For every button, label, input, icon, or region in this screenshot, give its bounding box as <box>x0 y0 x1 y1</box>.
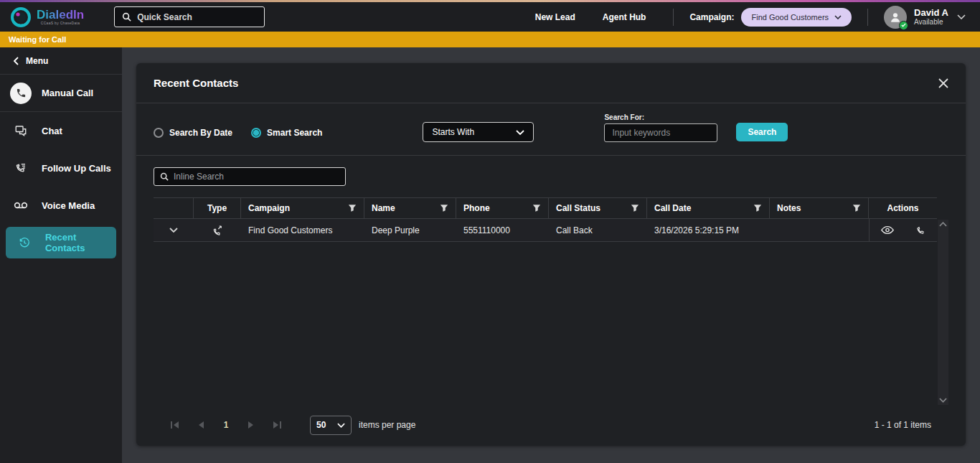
topbar-divider <box>673 9 674 26</box>
sidebar-item-voice-media[interactable]: Voice Media <box>0 187 122 224</box>
sidebar-item-label: Follow Up Calls <box>42 163 111 174</box>
filter-icon[interactable] <box>348 204 357 212</box>
sidebar-item-recent-contacts[interactable]: Recent Contacts <box>6 227 116 258</box>
sidebar-item-manual-call[interactable]: Manual Call <box>0 75 122 112</box>
voicemail-icon <box>10 200 32 210</box>
cell-campaign: Find Good Customers <box>241 219 364 241</box>
radio-search-by-date[interactable]: Search By Date <box>154 128 232 138</box>
chevron-down-icon <box>516 130 524 135</box>
filter-icon[interactable] <box>532 204 541 212</box>
user-menu-chevron-icon[interactable] <box>957 14 966 19</box>
radio-icon <box>154 128 164 138</box>
chevron-left-icon <box>13 57 19 65</box>
filter-icon[interactable] <box>852 204 861 212</box>
topbar-divider <box>867 9 868 26</box>
menu-collapse-button[interactable]: Menu <box>0 47 122 75</box>
search-button[interactable]: Search <box>736 123 788 141</box>
sidebar-item-label: Chat <box>42 126 62 136</box>
panel-title: Recent Contacts <box>154 77 238 89</box>
items-range-label: 1 - 1 of 1 items <box>875 420 931 430</box>
agent-hub-button[interactable]: Agent Hub <box>603 12 646 22</box>
last-page-icon[interactable] <box>273 421 281 429</box>
menu-label: Menu <box>26 56 48 66</box>
vertical-scrollbar[interactable] <box>938 220 948 405</box>
search-for-label: Search For: <box>604 113 717 121</box>
items-per-page-label: items per page <box>359 420 415 430</box>
filter-icon[interactable] <box>440 204 448 212</box>
sidebar-item-follow-up-calls[interactable]: Follow Up Calls <box>0 149 122 187</box>
quick-search-input[interactable] <box>137 12 257 22</box>
column-header-name[interactable]: Name <box>364 198 456 218</box>
contacts-grid: Type Campaign Name <box>154 197 948 408</box>
chevron-down-icon <box>834 15 842 19</box>
filter-icon[interactable] <box>631 204 639 212</box>
recent-contacts-panel: Recent Contacts Search By Date Smart Sea… <box>136 63 966 446</box>
keywords-input[interactable] <box>604 123 717 142</box>
app-logo[interactable]: DialedIn CCaaS by ChaseData <box>0 6 84 28</box>
column-header-notes[interactable]: Notes <box>770 198 869 218</box>
dialedin-logo-icon <box>10 6 32 28</box>
call-contact-phone-icon[interactable] <box>915 225 926 235</box>
close-icon[interactable] <box>938 78 948 88</box>
call-status-bar: Waiting for Call <box>0 32 980 47</box>
next-page-icon[interactable] <box>248 421 254 429</box>
filter-icon[interactable] <box>753 204 762 212</box>
radio-smart-search[interactable]: Smart Search <box>251 128 322 138</box>
sidebar-item-label: Recent Contacts <box>45 232 116 253</box>
cell-notes <box>770 219 869 241</box>
new-lead-button[interactable]: New Lead <box>535 12 575 22</box>
outbound-call-icon <box>212 225 223 236</box>
column-header-phone[interactable]: Phone <box>456 198 549 218</box>
sidebar-item-chat[interactable]: Chat <box>0 112 122 149</box>
cell-phone: 5551110000 <box>456 219 549 241</box>
radio-label: Search By Date <box>169 128 232 138</box>
cell-call-status: Call Back <box>549 219 647 241</box>
inline-search-box[interactable] <box>154 167 346 186</box>
top-bar: DialedIn CCaaS by ChaseData New Lead Age… <box>0 2 980 32</box>
cell-name: Deep Purple <box>364 219 456 241</box>
search-filter-row: Search By Date Smart Search Starts With … <box>136 103 966 156</box>
inline-search-input[interactable] <box>174 172 339 182</box>
pagination-bar: 1 50 <box>154 408 948 446</box>
view-contact-eye-icon[interactable] <box>881 225 894 235</box>
scroll-up-icon[interactable] <box>939 222 947 227</box>
table-row[interactable]: Find Good Customers Deep Purple 55511100… <box>154 219 937 242</box>
radio-label: Smart Search <box>267 128 322 138</box>
sidebar-item-label: Manual Call <box>42 88 93 98</box>
search-icon <box>122 12 131 22</box>
user-status: Available <box>914 18 948 26</box>
row-expand-chevron-icon[interactable] <box>169 228 178 233</box>
chat-icon <box>10 124 32 137</box>
campaign-dropdown-value: Find Good Customers <box>751 13 829 22</box>
campaign-label: Campaign: <box>689 12 734 22</box>
page-size-value: 50 <box>316 420 326 430</box>
previous-page-icon[interactable] <box>198 421 204 429</box>
avatar[interactable] <box>884 6 907 29</box>
logo-name: DialedIn <box>37 9 84 21</box>
column-header-actions: Actions <box>869 198 937 218</box>
column-header-call-date[interactable]: Call Date <box>647 198 770 218</box>
column-header-type[interactable]: Type <box>194 198 241 218</box>
column-header-expand <box>154 198 194 218</box>
main-area: Recent Contacts Search By Date Smart Sea… <box>122 47 980 463</box>
quick-search-box[interactable] <box>114 6 265 27</box>
current-page[interactable]: 1 <box>222 420 230 430</box>
call-status-text: Waiting for Call <box>9 35 66 44</box>
column-header-campaign[interactable]: Campaign <box>241 198 364 218</box>
match-type-dropdown[interactable]: Starts With <box>423 122 534 142</box>
phone-icon <box>10 83 32 104</box>
history-icon <box>14 236 35 249</box>
cell-call-date: 3/16/2026 5:29:15 PM <box>647 219 770 241</box>
user-name: David A <box>914 8 948 18</box>
grid-header-row: Type Campaign Name <box>154 197 937 219</box>
follow-up-calls-icon <box>10 162 32 174</box>
first-page-icon[interactable] <box>171 421 179 429</box>
logo-tagline: CCaaS by ChaseData <box>37 21 84 25</box>
match-type-value: Starts With <box>432 127 474 137</box>
radio-checked-icon <box>251 128 261 138</box>
campaign-dropdown[interactable]: Find Good Customers <box>741 8 852 27</box>
column-header-call-status[interactable]: Call Status <box>549 198 647 218</box>
chevron-down-icon <box>337 423 345 428</box>
page-size-dropdown[interactable]: 50 <box>310 416 352 435</box>
scroll-down-icon[interactable] <box>939 398 947 403</box>
